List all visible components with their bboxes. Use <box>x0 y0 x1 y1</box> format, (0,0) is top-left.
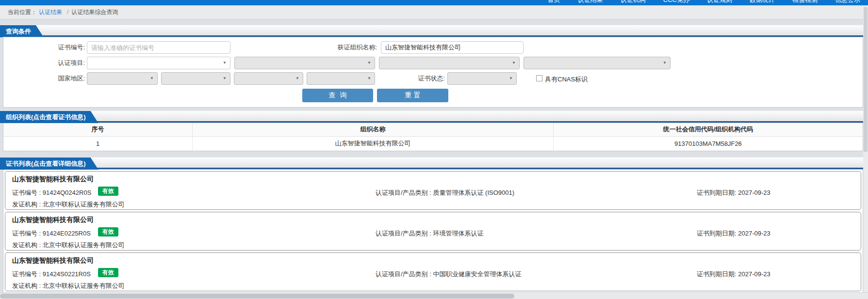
cert-number-input[interactable] <box>87 41 230 54</box>
project-select-level1[interactable] <box>87 57 230 69</box>
breadcrumb-prefix: 当前位置： <box>8 8 37 16</box>
cert-org-name: 山东智捷智能科技有限公司 <box>12 216 94 224</box>
cert-category-value: 质量管理体系认证 (ISO9001) <box>433 189 514 196</box>
horizontal-scrollbar-thumb[interactable] <box>0 294 514 299</box>
cert-category-line: 认证项目/产品类别 : 质量管理体系认证 (ISO9001) <box>376 189 514 197</box>
org-col-code: 统一社会信用代码/组织机构代码 <box>553 123 863 136</box>
org-list-strip: 组织列表(点击查看证书信息) <box>0 110 863 123</box>
nav-item-home[interactable]: 首页 <box>548 0 560 3</box>
nav-item-cert-bodies[interactable]: 认证机构 <box>621 0 646 3</box>
org-table: 序号 组织名称 统一社会信用代码/组织机构代码 1 山东智捷智能科技有限公司 9… <box>3 123 863 151</box>
org-table-header-row: 序号 组织名称 统一社会信用代码/组织机构代码 <box>3 123 863 136</box>
org-col-index: 序号 <box>3 123 193 136</box>
cert-category-value: 中国职业健康安全管理体系认证 <box>433 270 521 278</box>
nav-item-cert-rules[interactable]: 认证规则 <box>707 0 732 3</box>
vertical-scrollbar-thumb[interactable] <box>864 7 868 152</box>
query-conditions-tab: 查询条件 <box>0 25 44 37</box>
nav-item-public-info[interactable]: 信息公示 <box>835 0 860 3</box>
cert-project-label: 认证项目: <box>33 57 85 69</box>
cert-number-line: 证书编号 : 91424E0225R0S <box>12 229 91 238</box>
cert-issuer-line: 发证机构 : 北京中联标认证服务有限公司 <box>12 241 125 250</box>
cert-expiry-value: 2027-09-23 <box>738 270 770 278</box>
cert-list-tab: 证书列表(点击查看详细信息) <box>0 157 98 170</box>
cert-number-label: 证书编号: <box>33 41 85 54</box>
cert-status-label: 证书状态: <box>392 72 445 85</box>
org-list-panel: 序号 组织名称 统一社会信用代码/组织机构代码 1 山东智捷智能科技有限公司 9… <box>3 123 863 151</box>
cert-expiry-value: 2027-09-23 <box>738 230 770 237</box>
cert-issuer-label: 发证机构 : <box>12 282 41 289</box>
cert-issuer-value: 北京中联标认证服务有限公司 <box>43 241 125 249</box>
cert-number-line: 证书编号 : 91424Q0242R0S <box>12 189 91 197</box>
cert-expiry-value: 2027-09-23 <box>738 189 770 196</box>
top-navigation-bar: 首页 认证结果 认证机构 CCC免办 认证规则 数据统计 检验检测 信息公示 <box>0 0 868 5</box>
cert-org-name: 山东智捷智能科技有限公司 <box>12 256 94 265</box>
cert-expiry-line: 证书到期日期: 2027-09-23 <box>697 270 770 279</box>
cert-number-label: 证书编号 : <box>12 230 41 237</box>
cnas-checkbox-label: 具有CNAS标识 <box>545 75 588 84</box>
status-badge: 有效 <box>98 268 118 277</box>
vertical-scrollbar[interactable] <box>863 5 868 292</box>
cert-category-line: 认证项目/产品类别 : 中国职业健康安全管理体系认证 <box>376 270 521 279</box>
org-row-index: 1 <box>3 136 193 151</box>
cert-card-3[interactable]: 山东智捷智能科技有限公司 证书编号 : 91424S0221R0S 有效 认证项… <box>5 252 861 291</box>
nav-item-inspection[interactable]: 检验检测 <box>792 0 818 3</box>
status-badge: 有效 <box>98 227 118 236</box>
nav-item-statistics[interactable]: 数据统计 <box>750 0 775 3</box>
org-col-name: 组织名称 <box>193 123 554 136</box>
cert-number-line: 证书编号 : 91424S0221R0S <box>12 270 91 279</box>
org-row-code: 91370103MA7M58JF26 <box>553 136 863 151</box>
org-row-name[interactable]: 山东智捷智能科技有限公司 <box>193 136 554 151</box>
cert-expiry-label: 证书到期日期: <box>697 189 737 196</box>
org-name-input[interactable] <box>381 41 524 54</box>
region-select-district[interactable] <box>307 72 375 85</box>
breadcrumb-current-page: 认证结果综合查询 <box>71 8 118 16</box>
cert-issuer-label: 发证机构 : <box>12 201 41 208</box>
breadcrumb-link-cert-results[interactable]: 认证结果 <box>39 8 62 16</box>
horizontal-scrollbar[interactable] <box>0 292 868 299</box>
cert-issuer-line: 发证机构 : 北京中联标认证服务有限公司 <box>12 282 125 290</box>
cnas-checkbox[interactable] <box>536 75 542 81</box>
project-select-level4[interactable] <box>524 57 671 69</box>
query-form-panel: 证书编号: 获证组织名称: 认证项目: 国家地区: 证书状态: 具有CNAS标识… <box>3 37 863 108</box>
cert-category-value: 环境管理体系认证 <box>433 230 483 237</box>
cert-category-label: 认证项目/产品类别 : <box>376 189 431 196</box>
search-button[interactable]: 查询 <box>302 89 373 102</box>
cert-expiry-label: 证书到期日期: <box>697 230 737 237</box>
breadcrumb-separator: / <box>67 9 68 16</box>
cert-issuer-value: 北京中联标认证服务有限公司 <box>43 201 125 208</box>
org-name-label: 获证组织名称: <box>231 41 377 54</box>
cert-expiry-line: 证书到期日期: 2027-09-23 <box>697 189 770 197</box>
reset-button[interactable]: 重置 <box>377 89 448 102</box>
project-select-level2[interactable] <box>234 57 375 69</box>
region-label: 国家地区: <box>33 72 85 85</box>
cert-issuer-label: 发证机构 : <box>12 241 41 249</box>
cert-number-value: 91424S0221R0S <box>43 270 91 278</box>
nav-item-ccc[interactable]: CCC免办 <box>663 0 689 3</box>
cert-category-label: 认证项目/产品类别 : <box>376 230 431 237</box>
org-list-tab: 组织列表(点击查看证书信息) <box>0 111 98 123</box>
query-conditions-strip: 查询条件 <box>0 25 863 37</box>
cert-card-2[interactable]: 山东智捷智能科技有限公司 证书编号 : 91424E0225R0S 有效 认证项… <box>5 212 861 251</box>
project-select-level3[interactable] <box>379 57 520 69</box>
cert-category-label: 认证项目/产品类别 : <box>376 270 431 278</box>
cert-number-label: 证书编号 : <box>12 189 41 196</box>
cert-org-name: 山东智捷智能科技有限公司 <box>12 175 94 184</box>
region-select-country[interactable] <box>87 72 158 85</box>
org-table-row[interactable]: 1 山东智捷智能科技有限公司 91370103MA7M58JF26 <box>3 136 863 151</box>
cert-status-select[interactable] <box>447 72 517 85</box>
status-badge: 有效 <box>98 187 118 196</box>
cert-number-label: 证书编号 : <box>12 270 41 278</box>
cert-expiry-line: 证书到期日期: 2027-09-23 <box>697 229 770 238</box>
cert-issuer-value: 北京中联标认证服务有限公司 <box>43 282 125 289</box>
cert-issuer-line: 发证机构 : 北京中联标认证服务有限公司 <box>12 200 125 209</box>
cert-number-value: 91424E0225R0S <box>43 230 91 237</box>
nav-item-cert-results[interactable]: 认证结果 <box>578 0 603 3</box>
cert-card-1[interactable]: 山东智捷智能科技有限公司 证书编号 : 91424Q0242R0S 有效 认证项… <box>5 171 861 210</box>
top-nav-menu: 首页 认证结果 认证机构 CCC免办 认证规则 数据统计 检验检测 信息公示 <box>548 0 860 3</box>
cert-category-line: 认证项目/产品类别 : 环境管理体系认证 <box>376 229 483 238</box>
region-select-city[interactable] <box>234 72 303 85</box>
cert-number-value: 91424Q0242R0S <box>43 189 91 196</box>
cert-list-strip: 证书列表(点击查看详细信息) <box>0 157 863 169</box>
region-select-province[interactable] <box>161 72 230 85</box>
cert-list-panel: 山东智捷智能科技有限公司 证书编号 : 91424Q0242R0S 有效 认证项… <box>3 169 863 293</box>
